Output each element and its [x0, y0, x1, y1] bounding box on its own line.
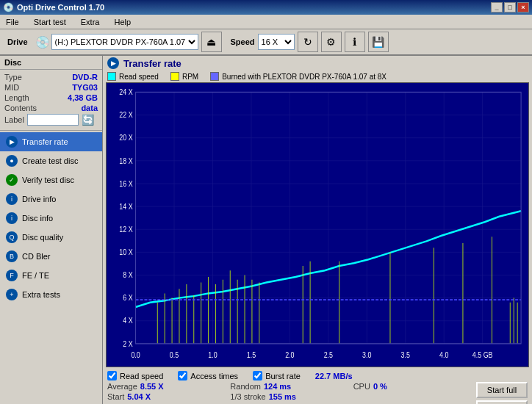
- start-full-btn[interactable]: Start full: [476, 382, 528, 398]
- svg-text:14 X: 14 X: [119, 202, 133, 211]
- length-val: 4,38 GB: [68, 93, 98, 102]
- svg-text:1.5: 1.5: [247, 350, 256, 359]
- svg-text:12 X: 12 X: [119, 225, 133, 234]
- legend-burned: Burned with PLEXTOR DVDR PX-760A 1.07 at…: [210, 72, 387, 81]
- nav-disc-quality[interactable]: Q Disc quality: [0, 228, 102, 247]
- minimize-btn[interactable]: _: [491, 2, 503, 12]
- maximize-btn[interactable]: □: [504, 2, 516, 12]
- svg-text:20 X: 20 X: [119, 133, 133, 142]
- legend-burned-label: Burned with PLEXTOR DVDR PX-760A 1.07 at…: [222, 73, 387, 81]
- nav-fe-te[interactable]: F FE / TE: [0, 266, 102, 285]
- start-stat: Start 5.04 X: [107, 392, 230, 401]
- svg-text:0.0: 0.0: [131, 350, 140, 359]
- label-edit-icon[interactable]: 🔄: [82, 114, 94, 126]
- svg-text:2.5: 2.5: [324, 350, 334, 359]
- checkbox-row: Read speed Access times Burst rate 22.7 …: [107, 369, 528, 382]
- disc-contents-row: Contents data: [4, 104, 98, 112]
- speed-select[interactable]: 16 X: [258, 34, 295, 50]
- close-btn[interactable]: ×: [517, 2, 529, 12]
- mid-key: MID: [4, 83, 19, 92]
- contents-key: Contents: [4, 104, 37, 112]
- nav-extra-tests-label: Extra tests: [22, 290, 60, 299]
- legend-read-speed-label: Read speed: [119, 73, 159, 81]
- refresh-btn[interactable]: ↻: [298, 32, 318, 52]
- cpu-label: CPU: [353, 382, 370, 391]
- access-times-cb-label: Access times: [190, 372, 238, 380]
- cd-bler-icon: B: [6, 250, 18, 262]
- access-times-checkbox[interactable]: [178, 371, 187, 380]
- onethird-stat: 1/3 stroke 155 ms: [230, 392, 353, 401]
- svg-text:2 X: 2 X: [123, 339, 133, 348]
- chart-title: Transfer rate: [123, 58, 181, 69]
- nav-verify-test-disc[interactable]: ✓ Verify test disc: [0, 170, 102, 190]
- legend-burned-box: [210, 72, 219, 81]
- legend-rpm: RPM: [170, 72, 198, 81]
- stats-col2: Random 124 ms 1/3 stroke 155 ms Full str…: [230, 382, 353, 404]
- nav-drive-info[interactable]: i Drive info: [0, 190, 102, 209]
- start-part-btn[interactable]: Start part: [476, 400, 528, 404]
- random-label: Random: [230, 382, 261, 391]
- chart-header: ▶ Transfer rate: [103, 56, 532, 71]
- title-bar: 💿 Opti Drive Control 1.70 _ □ ×: [0, 0, 532, 15]
- start-label: Start: [107, 392, 124, 401]
- read-speed-checkbox[interactable]: [107, 371, 117, 380]
- chart-area: 24 X 22 X 20 X 18 X 16 X 14 X 12 X 10 X …: [106, 82, 529, 367]
- save-btn[interactable]: 💾: [368, 32, 389, 52]
- create-test-disc-icon: ●: [6, 155, 18, 167]
- nav-disc-info-label: Disc info: [22, 214, 53, 223]
- nav-drive-info-label: Drive info: [22, 195, 56, 203]
- nav-verify-test-disc-label: Verify test disc: [22, 176, 74, 184]
- nav-cd-bler[interactable]: B CD Bler: [0, 247, 102, 266]
- title-controls: _ □ ×: [491, 2, 529, 12]
- avg-val: 8.55 X: [140, 382, 164, 391]
- legend-rpm-box: [170, 72, 179, 81]
- svg-rect-0: [107, 83, 528, 367]
- label-key: Label: [4, 115, 24, 124]
- avg-stat: Average 8.55 X: [107, 382, 230, 391]
- drive-label: Drive: [3, 36, 32, 48]
- stats-rows: Average 8.55 X Start 5.04 X End 12.11 X …: [107, 382, 528, 404]
- info-btn[interactable]: ℹ: [345, 32, 365, 52]
- nav-transfer-rate-label: Transfer rate: [22, 137, 68, 146]
- svg-text:6 X: 6 X: [123, 293, 133, 302]
- svg-text:10 X: 10 X: [119, 248, 133, 256]
- menu-file[interactable]: File: [1, 16, 24, 28]
- fe-te-icon: F: [6, 270, 18, 281]
- menu-extra[interactable]: Extra: [76, 16, 104, 28]
- eject-btn[interactable]: ⏏: [201, 32, 222, 52]
- speed-label: Speed: [231, 37, 255, 46]
- legend-read-speed-box: [107, 72, 116, 81]
- menu-start-test[interactable]: Start test: [29, 16, 71, 28]
- mid-val: TYG03: [72, 83, 98, 92]
- left-panel: Disc Type DVD-R MID TYG03 Length 4,38 GB…: [0, 56, 103, 404]
- action-buttons: Start full Start part: [476, 382, 528, 404]
- nav-create-test-disc[interactable]: ● Create test disc: [0, 151, 102, 170]
- onethird-val: 155 ms: [269, 392, 296, 401]
- nav-transfer-rate[interactable]: ▶ Transfer rate: [0, 132, 102, 151]
- svg-text:8 X: 8 X: [123, 270, 133, 279]
- cpu-val: 0 %: [373, 382, 387, 391]
- stats-col1: Average 8.55 X Start 5.04 X End 12.11 X: [107, 382, 230, 404]
- onethird-label: 1/3 stroke: [230, 392, 265, 401]
- access-times-checkbox-item: Access times: [178, 371, 238, 380]
- nav-menu: ▶ Transfer rate ● Create test disc ✓ Ver…: [0, 132, 102, 304]
- avg-label: Average: [107, 382, 137, 391]
- random-val: 124 ms: [264, 382, 291, 391]
- svg-text:2.0: 2.0: [285, 350, 295, 359]
- disc-info: Type DVD-R MID TYG03 Length 4,38 GB Cont…: [0, 70, 102, 129]
- start-val: 5.04 X: [127, 392, 151, 401]
- label-input[interactable]: [27, 114, 79, 126]
- menu-help[interactable]: Help: [109, 16, 135, 28]
- nav-disc-info[interactable]: i Disc info: [0, 209, 102, 228]
- cpu-stat: CPU 0 %: [353, 382, 476, 391]
- settings-btn[interactable]: ⚙: [321, 32, 342, 52]
- nav-extra-tests[interactable]: + Extra tests: [0, 285, 102, 304]
- length-key: Length: [4, 93, 29, 102]
- burst-rate-checkbox[interactable]: [253, 371, 262, 380]
- drive-select[interactable]: (H:) PLEXTOR DVDR PX-760A 1.07: [51, 34, 198, 50]
- nav-fe-te-label: FE / TE: [22, 271, 49, 280]
- extra-tests-icon: +: [6, 289, 18, 300]
- burst-rate-checkbox-item: Burst rate: [253, 371, 301, 380]
- type-val: DVD-R: [72, 73, 98, 82]
- nav-disc-quality-label: Disc quality: [22, 233, 63, 242]
